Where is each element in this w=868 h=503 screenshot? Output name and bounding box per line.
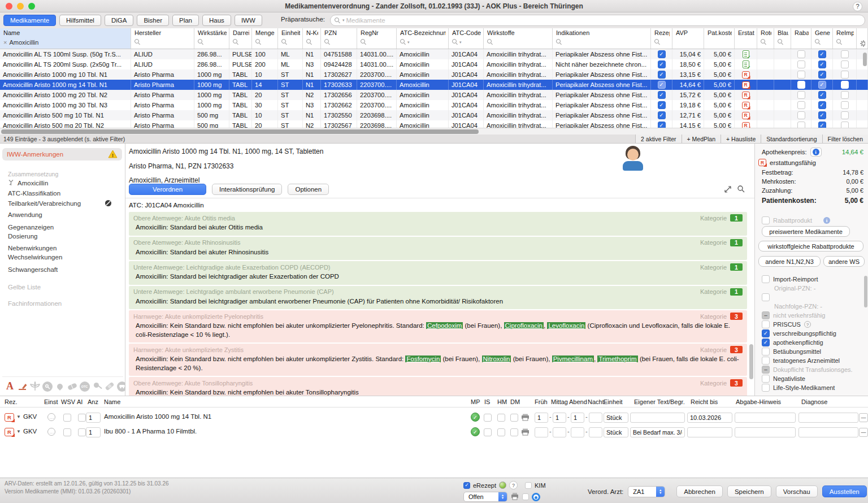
column-filter[interactable]: ×Amoxicillin <box>3 38 128 46</box>
wirkstoffgleiche-rabattprodukte-button[interactable]: wirkstoffgleiche Rabattprodukte <box>758 241 863 251</box>
column-header-rote[interactable]: Rote <box>757 28 774 49</box>
search-icon[interactable] <box>361 39 367 45</box>
reimport-checkbox[interactable] <box>841 81 849 89</box>
column-filter[interactable]: ▾ <box>400 38 446 46</box>
print-checkbox[interactable] <box>522 493 529 500</box>
rabatt-checkbox[interactable] <box>797 101 805 109</box>
clear-filter-icon[interactable]: × <box>3 39 7 46</box>
vorschau-button[interactable]: Vorschau <box>776 485 818 497</box>
search-icon[interactable] <box>487 39 493 45</box>
abgabe-hinweis-input[interactable] <box>735 427 796 437</box>
reicht-bis-input[interactable] <box>687 427 732 437</box>
sidebar-item-iww-anmerkungen[interactable]: IWW-Anmerkungen ! <box>2 148 122 161</box>
rabatt-checkbox[interactable] <box>797 71 805 79</box>
rabatt-checkbox[interactable] <box>797 81 805 89</box>
einheit-input[interactable] <box>604 427 628 437</box>
column-header-nke[interactable]: N-Ke <box>303 28 321 49</box>
column-header-staerke[interactable]: Wirkstärke <box>194 28 229 49</box>
andere-n1n2n3-button[interactable]: andere N1,N2,N3 <box>758 256 821 267</box>
einstellungen-icon[interactable]: … <box>47 428 55 436</box>
reicht-bis-input[interactable] <box>687 413 732 423</box>
search-icon[interactable] <box>198 39 204 45</box>
printer-icon[interactable] <box>510 492 519 501</box>
column-header-menge[interactable]: Menge <box>252 28 278 49</box>
tab-medikamente[interactable]: Medikamente <box>3 15 56 26</box>
generikum-checkbox[interactable]: ✓ <box>818 111 826 119</box>
search-icon[interactable] <box>324 39 331 45</box>
andere-ws-button[interactable]: andere WS <box>823 256 865 267</box>
flag-checkbox[interactable] <box>762 357 770 365</box>
generikum-checkbox[interactable]: ✓ <box>818 101 826 109</box>
column-filter[interactable] <box>556 38 648 46</box>
prescription-row[interactable]: R▼GKV…Amoxicillin Aristo 1000 mg 14 Tbl.… <box>0 411 868 424</box>
tab-iww[interactable]: IWW <box>235 15 262 26</box>
tab-bisher[interactable]: Bisher <box>137 15 169 26</box>
sidebar-item-nebenwirkungen[interactable]: Nebenwirkungen <box>0 244 125 253</box>
speichern-button[interactable]: Speichern <box>727 485 771 497</box>
column-filter[interactable] <box>233 38 249 46</box>
abend-dose-input[interactable] <box>571 427 584 437</box>
column-header-regnr[interactable]: RegNr <box>357 28 397 49</box>
verordnen-button[interactable]: Verordnen <box>129 184 206 195</box>
arzneimittel-a-icon[interactable]: A <box>5 381 15 392</box>
table-row[interactable]: Amoxicillin Aristo 1000 mg 20 Tbl. N2Ari… <box>0 90 868 100</box>
praeparatsuche-input[interactable] <box>346 17 865 24</box>
countbar-button-4[interactable]: Filter löschen <box>822 135 868 143</box>
rabatt-checkbox[interactable] <box>797 111 805 119</box>
countbar-button-0[interactable]: 2 aktive Filter <box>635 135 681 143</box>
expand-icon[interactable] <box>724 185 732 194</box>
flag-checkbox[interactable] <box>762 384 770 392</box>
ausstellen-button[interactable]: Ausstellen <box>822 485 867 497</box>
generikum-checkbox[interactable]: ✓ <box>818 81 826 89</box>
generikum-checkbox[interactable]: ✓ <box>818 60 826 68</box>
preiswertere-medikamente-button[interactable]: preiswertere Medikamente <box>762 226 850 237</box>
nacht-dose-input[interactable] <box>589 427 602 437</box>
table-row[interactable]: Amoxicillin Aristo 500 mg 20 Tbl. N2Aris… <box>0 120 868 128</box>
otc-icon[interactable]: OTC <box>79 381 90 392</box>
praeparatsuche-field[interactable]: ▾ <box>330 15 865 26</box>
optionen-button[interactable]: Optionen <box>288 184 329 195</box>
column-filter[interactable] <box>361 38 394 46</box>
scrollbar-thumb[interactable] <box>1 129 479 134</box>
hm-checkbox[interactable] <box>497 428 505 436</box>
column-filter[interactable] <box>255 38 275 46</box>
table-row[interactable]: Amoxicillin AL TS 100ml Susp. (50g Tr.S.… <box>0 49 868 59</box>
column-header-rabatt[interactable]: Rabatt <box>791 28 811 49</box>
countbar-button-2[interactable]: + Hausliste <box>721 135 761 143</box>
rabatt-checkbox[interactable] <box>797 122 805 128</box>
sidebar-item-teilbarkeit-verabreichung[interactable]: Teilbarkeit/Verabreichung <box>0 199 125 208</box>
dm-checkbox[interactable] <box>510 414 518 422</box>
anz-input[interactable] <box>86 413 101 423</box>
column-header-hersteller[interactable]: Hersteller <box>131 28 194 49</box>
frueh-dose-input[interactable] <box>535 413 548 423</box>
table-row[interactable]: Amoxicillin AL TS 200ml Susp. (2x50g Tr.… <box>0 59 868 70</box>
flag-checkbox[interactable]: ✓ <box>762 339 770 346</box>
mittag-dose-input[interactable] <box>553 427 566 437</box>
sidebar-item-amoxicillin[interactable]: Amoxicillin <box>0 179 125 188</box>
signature-icon[interactable] <box>17 381 28 392</box>
pill-icon[interactable] <box>67 381 77 392</box>
rabattprodukt-checkbox[interactable] <box>762 216 770 224</box>
plaster-icon[interactable] <box>104 381 115 392</box>
table-vertical-scrollbar[interactable] <box>863 51 867 125</box>
remove-row-button[interactable]: — <box>859 413 868 422</box>
reimport-checkbox[interactable] <box>841 111 849 119</box>
search-icon[interactable] <box>233 39 239 45</box>
flag-checkbox[interactable]: – <box>762 366 770 374</box>
doping-icon[interactable] <box>42 381 53 392</box>
sidebar-item-dosierung[interactable]: Dosierung <box>0 232 125 241</box>
search-icon[interactable] <box>778 39 784 45</box>
flag-checkbox[interactable]: ✓ <box>762 329 770 337</box>
search-icon[interactable] <box>134 39 141 45</box>
column-header-wirkstoffe[interactable]: Wirkstoffe <box>484 28 553 49</box>
ai-checkbox[interactable] <box>78 428 86 436</box>
help-button[interactable]: ? <box>853 2 862 11</box>
generikum-checkbox[interactable]: ✓ <box>818 122 826 128</box>
column-header-form[interactable]: Darreich <box>229 28 252 49</box>
interaktionspruefung-button[interactable]: Interaktionsprüfung <box>212 184 282 195</box>
column-filter[interactable]: ▾ <box>452 38 481 46</box>
column-filter[interactable] <box>487 38 550 46</box>
column-header-einheit[interactable]: Einheit <box>278 28 303 49</box>
zoom-search-icon[interactable] <box>737 185 745 194</box>
abgabe-hinweis-input[interactable] <box>735 413 796 423</box>
